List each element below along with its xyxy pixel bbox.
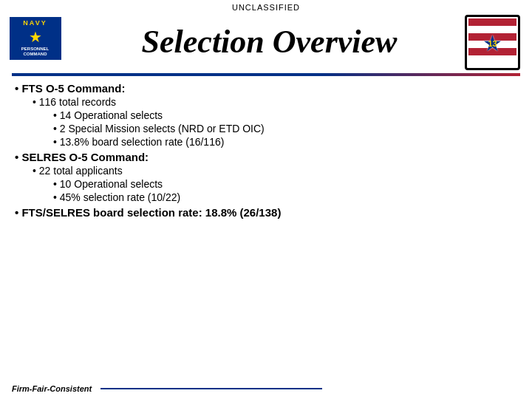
page: UNCLASSIFIED NAVY ★ PERSONNELCOMMAND Sel…: [0, 0, 532, 399]
flag-badge: ★ 13: [468, 18, 516, 66]
selres-o5-heading: • SELRES O-5 Command:: [15, 151, 517, 163]
fts-special-mission: • 2 Special Mission selects (NRD or ETD …: [15, 123, 517, 134]
badge-container: ★ 13: [465, 15, 520, 70]
page-title: Selection Overview: [74, 24, 465, 60]
badge-number: 13: [488, 39, 497, 48]
fts-records: • 116 total records: [15, 96, 517, 108]
fts-section: • FTS O-5 Command: • 116 total records •…: [15, 82, 517, 148]
combined-rate: • FTS/SELRES board selection rate: 18.8%…: [15, 206, 517, 219]
selres-selection-rate: • 45% selection rate (10/22): [15, 191, 517, 203]
classification-label: UNCLASSIFIED: [0, 0, 532, 12]
navy-text: NAVY: [23, 19, 47, 27]
combined-section: • FTS/SELRES board selection rate: 18.8%…: [15, 206, 517, 219]
logo-star-icon: ★: [29, 28, 42, 46]
navy-logo: NAVY ★ PERSONNELCOMMAND: [10, 17, 72, 69]
header: NAVY ★ PERSONNELCOMMAND Selection Overvi…: [0, 12, 532, 70]
fts-board-rate: • 13.8% board selection rate (16/116): [15, 136, 517, 148]
selres-applicants: • 22 total applicants: [15, 165, 517, 177]
fts-operational-selects: • 14 Operational selects: [15, 109, 517, 121]
title-area: Selection Overview: [74, 24, 465, 60]
selres-operational-selects: • 10 Operational selects: [15, 178, 517, 190]
navy-logo-container: NAVY ★ PERSONNELCOMMAND: [7, 15, 74, 70]
footer-line: [100, 388, 322, 389]
badge-star-container: ★ 13: [482, 30, 502, 55]
selres-section: • SELRES O-5 Command: • 22 total applica…: [15, 151, 517, 203]
pc-text: PERSONNELCOMMAND: [21, 47, 49, 57]
fts-o5-heading: • FTS O-5 Command:: [15, 82, 517, 95]
content-area: • FTS O-5 Command: • 116 total records •…: [0, 76, 532, 380]
footer: Firm-Fair-Consistent: [0, 380, 532, 399]
footer-tagline: Firm-Fair-Consistent: [12, 384, 92, 393]
